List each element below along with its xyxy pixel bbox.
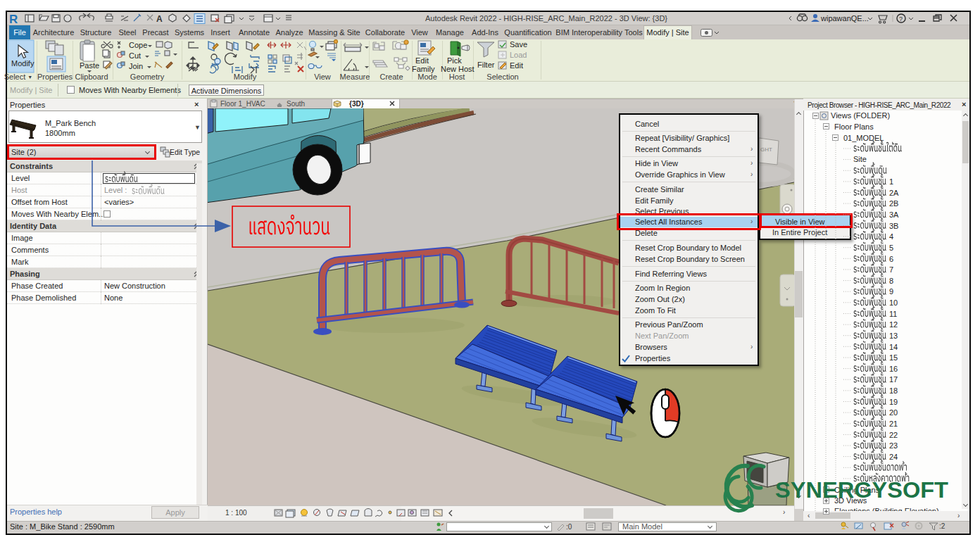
- svg-text:A: A: [156, 14, 163, 24]
- svg-text:GHT: GHT: [760, 146, 772, 153]
- svg-text:Cope: Cope: [129, 41, 147, 49]
- svg-text:Modify: Modify: [11, 59, 34, 68]
- svg-text:?: ?: [899, 15, 903, 23]
- svg-text:Edit: Edit: [415, 56, 429, 65]
- svg-text:wipawanQE...: wipawanQE...: [820, 14, 869, 23]
- svg-text:Cut: Cut: [129, 51, 141, 60]
- svg-text:Load: Load: [510, 51, 527, 59]
- svg-text:{3D}: {3D}: [349, 100, 364, 108]
- svg-text::2: :2: [939, 522, 946, 530]
- svg-text:Pick: Pick: [447, 56, 462, 65]
- svg-text:Family: Family: [412, 65, 435, 73]
- svg-text:Save: Save: [510, 40, 527, 49]
- svg-text:Floor 1_HVAC: Floor 1_HVAC: [220, 100, 265, 108]
- svg-text:Paste: Paste: [80, 61, 99, 70]
- svg-text:Join: Join: [129, 62, 143, 70]
- svg-text:South: South: [287, 100, 305, 108]
- svg-text:New Host: New Host: [441, 65, 475, 73]
- svg-text::0: :0: [566, 523, 572, 531]
- svg-text:R: R: [9, 13, 18, 26]
- svg-text:Edit: Edit: [510, 61, 523, 70]
- svg-text:Filter: Filter: [477, 61, 495, 69]
